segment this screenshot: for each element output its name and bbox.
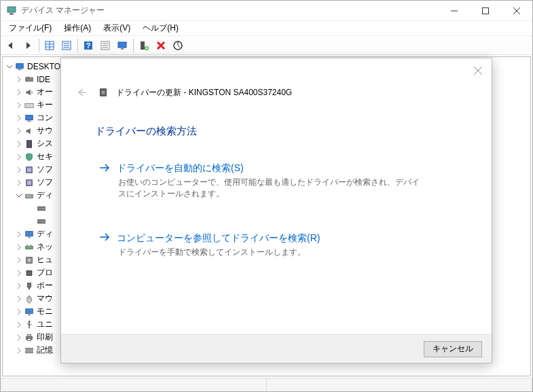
forward-arrow-icon[interactable] xyxy=(20,37,36,54)
svg-rect-3 xyxy=(483,7,489,14)
chevron-right-icon[interactable] xyxy=(15,334,23,342)
chevron-right-icon[interactable] xyxy=(15,101,23,109)
svg-rect-75 xyxy=(26,348,33,350)
svg-point-58 xyxy=(28,259,31,262)
arrow-right-icon xyxy=(99,163,110,175)
svg-point-49 xyxy=(43,208,44,209)
tree-node-label: ヒュ xyxy=(37,254,53,266)
properties-icon[interactable] xyxy=(58,37,75,54)
back-arrow-icon[interactable] xyxy=(75,86,88,99)
svg-rect-68 xyxy=(26,308,33,313)
option-browse-computer[interactable]: コンピューターを参照してドライバーを検索(R) ドライバーを手動で検索してインス… xyxy=(95,228,464,272)
svg-rect-39 xyxy=(26,115,33,120)
table-icon[interactable] xyxy=(41,37,58,54)
chevron-right-icon[interactable] xyxy=(15,179,23,187)
chevron-right-icon[interactable] xyxy=(15,282,23,290)
svg-rect-0 xyxy=(7,7,16,12)
minimize-button[interactable] xyxy=(439,1,470,21)
toolbar-separator xyxy=(39,39,39,52)
svg-point-81 xyxy=(101,90,105,94)
tree-node-label: DESKTO xyxy=(27,62,60,71)
svg-rect-74 xyxy=(27,338,31,340)
network-icon xyxy=(24,242,35,253)
cancel-button[interactable]: キャンセル xyxy=(424,341,482,357)
chevron-right-icon[interactable] xyxy=(15,75,23,84)
device-add-icon[interactable] xyxy=(136,37,152,54)
menu-view[interactable]: 表示(V) xyxy=(98,21,136,35)
dialog-title-prefix: ドライバーの更新 - xyxy=(116,88,189,97)
port-icon xyxy=(24,281,35,291)
tree-node-label: サウ xyxy=(37,125,53,137)
security-icon xyxy=(24,152,35,162)
chevron-right-icon[interactable] xyxy=(15,295,23,303)
chevron-down-icon[interactable] xyxy=(5,63,14,71)
audio-icon xyxy=(24,87,35,98)
toolbar: ? xyxy=(1,36,532,55)
tree-node-label: 印刷 xyxy=(37,332,53,343)
chevron-right-icon[interactable] xyxy=(15,153,23,161)
update-driver-dialog: ドライバーの更新 - KINGSTON SA400S37240G ドライバーの検… xyxy=(60,58,492,363)
chevron-right-icon[interactable] xyxy=(15,140,23,148)
svg-rect-73 xyxy=(27,334,31,336)
menu-file[interactable]: ファイル(F) xyxy=(3,21,57,35)
tree-node-label: プロ xyxy=(37,267,53,279)
dialog-device-name: KINGSTON SA400S37240G xyxy=(189,88,293,97)
monitor-scan-icon[interactable] xyxy=(114,37,130,54)
chevron-right-icon[interactable] xyxy=(15,243,23,251)
mouse-icon xyxy=(24,293,35,304)
svg-rect-64 xyxy=(27,283,31,287)
maximize-button[interactable] xyxy=(470,1,501,21)
tree-node-label: 記憶 xyxy=(37,344,53,356)
chevron-right-icon[interactable] xyxy=(15,321,23,329)
svg-rect-35 xyxy=(25,103,33,107)
chevron-right-icon[interactable] xyxy=(15,346,23,355)
chevron-right-icon[interactable] xyxy=(15,88,23,96)
chevron-right-icon[interactable] xyxy=(15,308,23,316)
svg-rect-43 xyxy=(27,168,31,171)
system-icon xyxy=(24,139,35,149)
chevron-down-icon[interactable] xyxy=(15,192,23,200)
chevron-right-icon[interactable] xyxy=(15,166,23,174)
titlebar: デバイス マネージャー xyxy=(1,1,532,21)
back-arrow-icon[interactable] xyxy=(3,37,19,54)
menu-action[interactable]: 操作(A) xyxy=(58,21,96,35)
processor-icon xyxy=(24,268,35,279)
computer-icon xyxy=(24,113,35,124)
dialog-footer: キャンセル xyxy=(61,334,492,363)
dialog-heading: ドライバーの検索方法 xyxy=(95,125,464,138)
chevron-right-icon[interactable] xyxy=(15,230,23,238)
chevron-right-icon[interactable] xyxy=(15,127,23,135)
menubar: ファイル(F) 操作(A) 表示(V) ヘルプ(H) xyxy=(1,21,532,36)
software-icon xyxy=(24,164,35,175)
dialog-close-button[interactable] xyxy=(470,63,486,79)
monitor-icon xyxy=(24,306,35,317)
chevron-right-icon[interactable] xyxy=(15,269,23,277)
drive-icon xyxy=(98,87,109,98)
svg-rect-41 xyxy=(27,140,32,147)
option-description: ドライバーを手動で検索してインストールします。 xyxy=(118,247,424,258)
tree-node-label: IDE xyxy=(37,75,50,84)
svg-rect-20 xyxy=(118,42,126,48)
chevron-right-icon[interactable] xyxy=(15,114,23,122)
svg-point-38 xyxy=(30,105,31,105)
menu-help[interactable]: ヘルプ(H) xyxy=(137,21,184,35)
svg-rect-40 xyxy=(27,120,31,122)
scan-icon[interactable] xyxy=(170,37,186,54)
help-icon[interactable]: ? xyxy=(80,37,96,54)
printer-icon xyxy=(24,332,35,343)
list-icon[interactable] xyxy=(97,37,113,54)
tree-node-label: ポー xyxy=(37,280,53,291)
tree-node-label: セキ xyxy=(37,151,53,162)
close-button[interactable] xyxy=(501,1,532,21)
tree-node-label: マウ xyxy=(37,293,53,304)
dialog-title: ドライバーの更新 - KINGSTON SA400S37240G xyxy=(116,87,292,99)
option-description: お使いのコンピューターで、使用可能な最も適したドライバーが検索され、デバイスにイ… xyxy=(118,177,424,200)
svg-rect-76 xyxy=(26,351,33,353)
hid-icon xyxy=(24,255,35,266)
window-controls xyxy=(439,1,532,21)
option-search-automatically[interactable]: ドライバーを自動的に検索(S) お使いのコンピューターで、使用可能な最も適したド… xyxy=(95,158,464,213)
tree-node-label: シス xyxy=(37,138,53,149)
delete-icon[interactable] xyxy=(153,37,169,54)
chevron-right-icon[interactable] xyxy=(15,256,23,264)
option-title: コンピューターを参照してドライバーを検索(R) xyxy=(117,232,320,245)
